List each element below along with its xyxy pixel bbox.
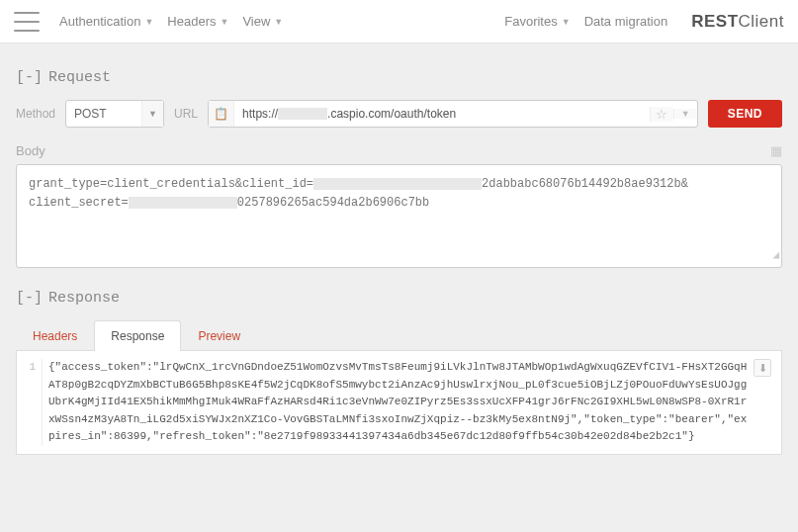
response-text[interactable]: {"access_token":"lrQwCnX_1rcVnGDndoeZ51W…	[48, 359, 773, 446]
chevron-down-icon: ▼	[144, 17, 153, 27]
chevron-down-icon[interactable]: ▼	[673, 109, 697, 119]
request-section-title: [-] Request	[16, 69, 782, 86]
chevron-down-icon: ▼	[220, 17, 228, 27]
nav-headers[interactable]: Headers ▼	[167, 14, 228, 29]
collapse-request-button[interactable]: [-]	[16, 69, 43, 86]
tab-response[interactable]: Response	[94, 320, 181, 351]
chevron-down-icon: ▼	[562, 17, 571, 27]
method-value: POST	[74, 107, 107, 121]
download-icon[interactable]: ⬇	[754, 359, 771, 377]
menu-icon[interactable]	[14, 12, 40, 32]
request-bar: Method POST ▼ URL 📋 https://.caspio.com/…	[16, 100, 782, 128]
chevron-down-icon: ▼	[274, 17, 283, 27]
body-label: Body	[16, 143, 45, 158]
method-select[interactable]: POST ▼	[65, 100, 164, 128]
response-tabs: Headers Response Preview	[16, 320, 782, 351]
redacted-client-secret	[129, 197, 237, 209]
nav-view[interactable]: View ▼	[242, 14, 283, 29]
nav-favorites-label: Favorites	[504, 14, 557, 29]
redacted-client-id	[313, 178, 482, 190]
tab-preview[interactable]: Preview	[181, 320, 257, 351]
url-input[interactable]: https://.caspio.com/oauth/token	[234, 107, 650, 121]
url-label: URL	[174, 107, 198, 121]
app-brand: RESTClient	[691, 12, 784, 32]
grid-icon[interactable]: ▦	[770, 143, 782, 158]
request-title-label: Request	[48, 69, 111, 86]
response-body: ⬇ 1 {"access_token":"lrQwCnX_1rcVnGDndoe…	[16, 351, 782, 455]
tab-headers[interactable]: Headers	[16, 320, 94, 351]
clipboard-icon[interactable]: 📋	[209, 101, 234, 127]
top-bar: Authentication ▼ Headers ▼ View ▼ Favori…	[0, 0, 798, 44]
nav-authentication[interactable]: Authentication ▼	[59, 14, 153, 29]
nav-headers-label: Headers	[167, 14, 216, 29]
nav-view-label: View	[242, 14, 270, 29]
url-input-wrap: 📋 https://.caspio.com/oauth/token ☆ ▼	[208, 100, 698, 128]
nav-data-migration-label: Data migration	[584, 14, 668, 29]
resize-handle-icon[interactable]: ◢	[772, 247, 779, 265]
body-textarea[interactable]: grant_type=client_credentials&client_id=…	[16, 164, 782, 268]
redacted-subdomain	[278, 108, 327, 120]
star-icon[interactable]: ☆	[650, 107, 673, 122]
method-label: Method	[16, 107, 55, 121]
nav-favorites[interactable]: Favorites ▼	[504, 14, 570, 29]
line-number: 1	[25, 359, 43, 446]
chevron-down-icon[interactable]: ▼	[141, 101, 163, 127]
response-title-label: Response	[48, 290, 120, 307]
response-section-title: [-] Response	[16, 290, 782, 307]
send-button[interactable]: SEND	[708, 100, 782, 128]
collapse-response-button[interactable]: [-]	[16, 290, 43, 307]
nav-authentication-label: Authentication	[59, 14, 140, 29]
nav-data-migration[interactable]: Data migration	[584, 14, 668, 29]
